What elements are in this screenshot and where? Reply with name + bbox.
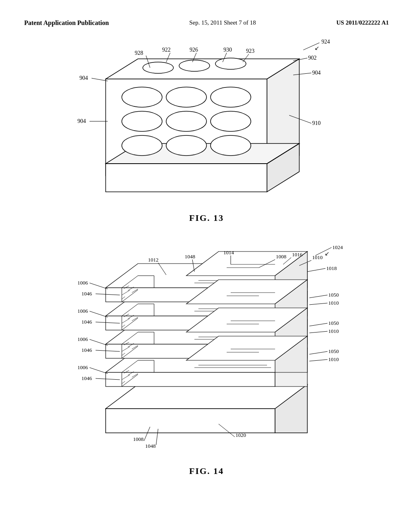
fig13-caption: FIG. 13 xyxy=(25,213,388,223)
fig13-device: 924 ↙ 922 926 928 930 923 xyxy=(77,39,330,192)
svg-point-10 xyxy=(166,87,206,107)
svg-line-121 xyxy=(90,368,108,374)
page: Patent Application Publication Sep. 15, … xyxy=(0,0,413,532)
figures-container: 924 ↙ 922 926 928 930 923 xyxy=(0,27,413,476)
svg-point-14 xyxy=(211,111,251,131)
label-1010b: 1010 xyxy=(328,300,339,306)
svg-line-118 xyxy=(90,283,108,289)
label-1008a: 1008 xyxy=(276,254,286,260)
label-904c: 904 xyxy=(77,118,86,124)
svg-point-15 xyxy=(122,135,162,156)
label-1010a: 1010 xyxy=(312,254,323,260)
label-1006a: 1006 xyxy=(77,280,88,286)
svg-line-126 xyxy=(309,295,327,298)
figure-14-area: 1024 ↙ 1014 1048 1012 1008 xyxy=(25,235,388,476)
label-902: 902 xyxy=(308,55,317,61)
label-1018: 1018 xyxy=(326,265,337,271)
svg-point-11 xyxy=(211,87,251,107)
svg-point-9 xyxy=(122,87,162,107)
label-928: 928 xyxy=(135,50,143,56)
label-1050b: 1050 xyxy=(328,320,339,326)
label-924: 924 xyxy=(321,39,330,45)
label-1006d: 1006 xyxy=(77,364,88,370)
svg-line-128 xyxy=(309,351,327,354)
header-center: Sep. 15, 2011 Sheet 7 of 18 xyxy=(189,19,256,26)
label-1020: 1020 xyxy=(236,432,246,438)
svg-rect-32 xyxy=(106,409,275,433)
header-right: US 2011/0222222 A1 xyxy=(336,19,389,26)
label-1010d: 1010 xyxy=(328,356,339,362)
svg-point-12 xyxy=(122,111,162,131)
svg-point-8 xyxy=(215,58,246,69)
label-1048a: 1048 xyxy=(185,254,195,260)
svg-line-130 xyxy=(309,331,327,333)
svg-line-131 xyxy=(309,360,327,361)
svg-point-13 xyxy=(166,111,206,131)
label-924-arrow: ↙ xyxy=(315,45,319,51)
label-1046a: 1046 xyxy=(81,291,92,297)
svg-line-120 xyxy=(90,339,108,345)
figure-13-area: 924 ↙ 922 926 928 930 923 xyxy=(25,35,388,223)
label-1046c: 1046 xyxy=(81,347,92,353)
fig14-caption: FIG. 14 xyxy=(25,466,388,476)
svg-line-119 xyxy=(90,311,108,317)
label-1010c: 1010 xyxy=(328,328,339,334)
label-1008b: 1008 xyxy=(133,436,144,442)
label-1046d: 1046 xyxy=(81,375,92,381)
label-1050a: 1050 xyxy=(328,292,339,298)
svg-rect-3 xyxy=(106,164,267,192)
svg-line-117 xyxy=(307,268,325,272)
label-1046b: 1046 xyxy=(81,319,92,325)
label-922: 922 xyxy=(162,47,171,53)
label-1024: 1024 xyxy=(332,244,343,250)
label-926: 926 xyxy=(190,47,198,53)
svg-line-127 xyxy=(309,323,327,326)
header-left: Patent Application Publication xyxy=(24,19,109,27)
fig14-svg: 1024 ↙ 1014 1048 1012 1008 xyxy=(25,235,388,461)
label-930: 930 xyxy=(223,47,232,53)
svg-point-16 xyxy=(166,135,206,156)
label-1016: 1016 xyxy=(292,251,303,258)
label-1014: 1014 xyxy=(223,249,234,256)
label-1006c: 1006 xyxy=(77,336,88,342)
label-910: 910 xyxy=(312,120,321,126)
label-923: 923 xyxy=(246,48,254,54)
fig14-device: 1024 ↙ 1014 1048 1012 1008 xyxy=(77,244,343,449)
svg-point-7 xyxy=(179,60,210,71)
label-1050c: 1050 xyxy=(328,348,339,354)
label-1048b: 1048 xyxy=(145,443,156,449)
label-1024-arrow: ↙ xyxy=(325,251,330,257)
label-904a: 904 xyxy=(79,75,88,81)
svg-line-27 xyxy=(92,78,108,81)
label-1012: 1012 xyxy=(148,257,159,263)
label-1006b: 1006 xyxy=(77,308,88,314)
label-904b: 904 xyxy=(312,70,321,76)
svg-marker-31 xyxy=(106,384,307,409)
svg-point-17 xyxy=(211,135,251,156)
header: Patent Application Publication Sep. 15, … xyxy=(0,0,413,27)
fig13-svg: 924 ↙ 922 926 928 930 923 xyxy=(25,35,388,208)
svg-point-6 xyxy=(143,62,173,73)
svg-line-129 xyxy=(309,303,327,305)
